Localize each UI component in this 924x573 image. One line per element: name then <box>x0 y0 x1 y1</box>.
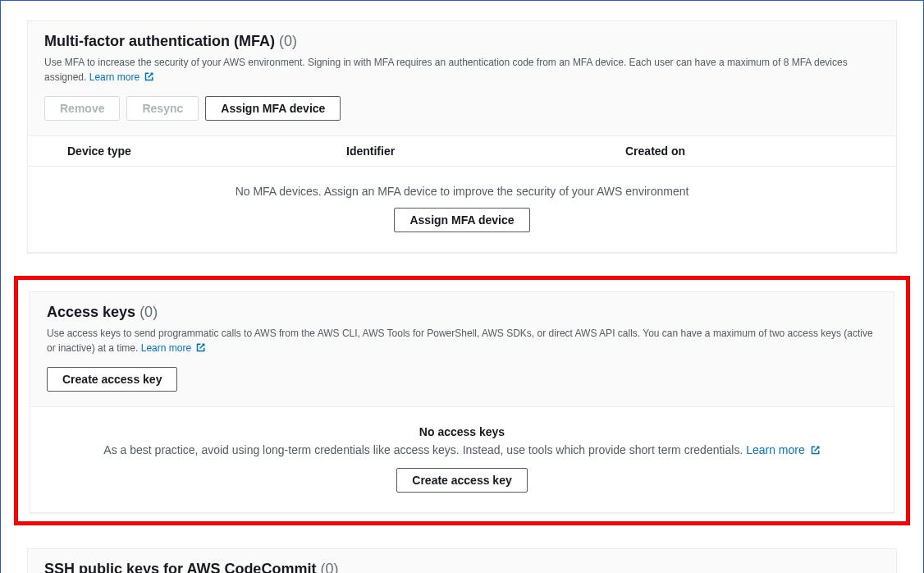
assign-mfa-button[interactable]: Assign MFA device <box>205 96 341 121</box>
access-keys-button-row: Create access key <box>47 367 877 392</box>
access-keys-empty-subtitle-text: As a best practice, avoid using long-ter… <box>103 443 743 456</box>
access-keys-panel: Access keys (0) Use access keys to send … <box>30 291 894 513</box>
create-access-key-button[interactable]: Create access key <box>47 367 177 392</box>
created-on-column[interactable]: Created on <box>625 144 880 158</box>
mfa-table-header: Device type Identifier Created on <box>28 136 896 167</box>
access-keys-header: Access keys (0) Use access keys to send … <box>30 292 894 407</box>
access-keys-title: Access keys (0) <box>47 304 877 321</box>
assign-mfa-empty-button[interactable]: Assign MFA device <box>394 208 529 232</box>
mfa-panel-header: Multi-factor authentication (MFA) (0) Us… <box>28 21 896 136</box>
mfa-empty-state: No MFA devices. Assign an MFA device to … <box>28 167 896 252</box>
mfa-empty-message: No MFA devices. Assign an MFA device to … <box>44 185 880 198</box>
mfa-desc-text: Use MFA to increase the security of your… <box>44 57 848 83</box>
external-link-icon <box>144 71 154 80</box>
ssh-title: SSH public keys for AWS CodeCommit (0) <box>44 561 880 573</box>
access-keys-empty-state: No access keys As a best practice, avoid… <box>30 407 894 512</box>
mfa-count: (0) <box>279 33 297 49</box>
access-keys-empty-learn-more-link[interactable]: Learn more <box>746 443 820 456</box>
learn-more-label: Learn more <box>89 71 140 83</box>
access-keys-learn-more-link[interactable]: Learn more <box>141 342 207 354</box>
access-keys-description: Use access keys to send programmatic cal… <box>47 326 877 355</box>
identifier-column[interactable]: Identifier <box>346 144 625 158</box>
mfa-description: Use MFA to increase the security of your… <box>44 55 880 85</box>
ssh-header: SSH public keys for AWS CodeCommit (0) U… <box>28 549 896 573</box>
external-link-icon <box>811 444 821 454</box>
select-column <box>44 144 67 158</box>
mfa-learn-more-link[interactable]: Learn more <box>89 71 155 83</box>
access-keys-count: (0) <box>140 304 158 320</box>
access-keys-highlight: Access keys (0) Use access keys to send … <box>14 276 910 525</box>
mfa-button-row: Remove Resync Assign MFA device <box>44 96 880 121</box>
external-link-icon <box>196 342 206 351</box>
learn-more-label: Learn more <box>746 443 805 456</box>
mfa-title: Multi-factor authentication (MFA) (0) <box>44 33 880 50</box>
learn-more-label: Learn more <box>141 342 191 354</box>
ssh-count: (0) <box>320 561 338 573</box>
mfa-panel: Multi-factor authentication (MFA) (0) Us… <box>27 21 897 253</box>
ssh-panel: SSH public keys for AWS CodeCommit (0) U… <box>27 548 897 573</box>
no-access-keys-title: No access keys <box>47 425 877 438</box>
access-keys-title-text: Access keys <box>47 304 135 320</box>
ssh-title-text: SSH public keys for AWS CodeCommit <box>44 561 316 573</box>
remove-button: Remove <box>44 96 120 121</box>
create-access-key-empty-button[interactable]: Create access key <box>396 468 527 493</box>
mfa-title-text: Multi-factor authentication (MFA) <box>44 33 275 49</box>
access-keys-empty-subtitle: As a best practice, avoid using long-ter… <box>47 443 877 456</box>
resync-button: Resync <box>126 96 199 121</box>
device-type-column[interactable]: Device type <box>67 144 346 158</box>
